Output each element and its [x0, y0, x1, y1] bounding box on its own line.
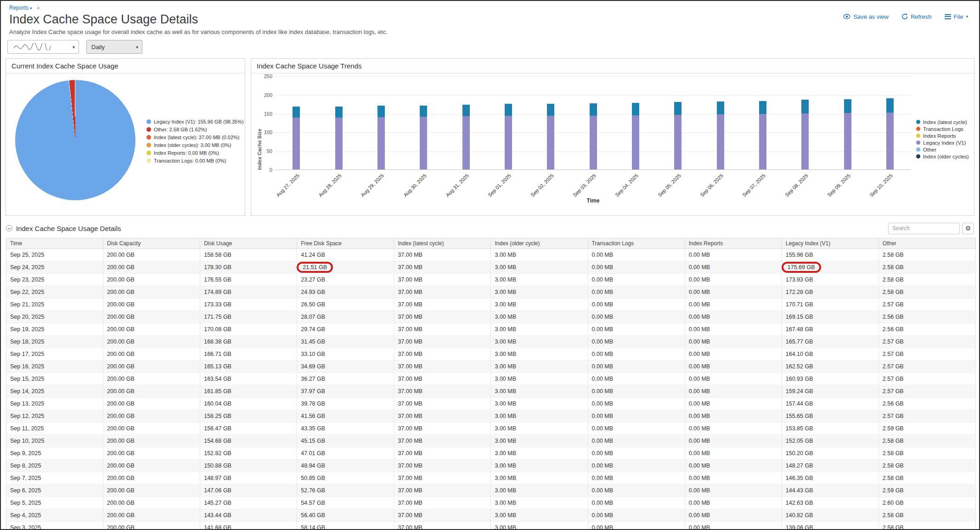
gridline: [275, 76, 911, 77]
table-cell: 0.00 MB: [685, 311, 782, 323]
table-cell: Sep 24, 2025: [6, 261, 103, 274]
x-tick-label: Sep 08, 2025: [784, 173, 809, 198]
table-cell: 3.00 MB: [491, 373, 588, 385]
frequency-dropdown[interactable]: Daily ▾: [86, 40, 142, 54]
report-page: Reports▾ > Index Cache Space Usage Detai…: [0, 0, 980, 530]
table-cell: 200.00 GB: [103, 460, 200, 472]
table-cell: 0.00 MB: [588, 522, 685, 530]
table-row: Sep 19, 2025200.00 GB170.08 GB29.74 GB37…: [6, 323, 976, 336]
column-header[interactable]: Disk Capacity: [103, 238, 200, 249]
table-cell: 3.00 MB: [491, 485, 588, 497]
search-input[interactable]: [888, 223, 960, 234]
table-cell: 3.00 MB: [491, 261, 588, 274]
table-cell: 2.56 GB: [879, 323, 975, 336]
trends-legend-item[interactable]: Transaction Logs: [916, 125, 969, 132]
table-cell: 0.00 MB: [588, 460, 685, 472]
table-cell: Sep 4, 2025: [6, 509, 103, 522]
bar-segment: [462, 116, 470, 169]
column-header[interactable]: Time: [6, 238, 103, 249]
pie-legend-item[interactable]: Other: 2.58 GB (1.62%): [146, 125, 244, 133]
table-header-row: TimeDisk CapacityDisk UsageFree Disk Spa…: [6, 238, 976, 249]
table-cell: 2.57 GB: [879, 336, 975, 348]
gridline: [275, 95, 911, 96]
table-cell: 37.00 MB: [394, 336, 491, 348]
trends-legend-item[interactable]: Index (older cycles): [916, 153, 969, 160]
pie-legend-item[interactable]: Index (older cycles): 3.00 MB (0%): [146, 141, 244, 149]
table-cell: 37.00 MB: [394, 261, 491, 274]
legend-label: Legacy Index (V1): [923, 140, 966, 146]
table-cell: 145.27 GB: [200, 497, 297, 509]
file-menu-button[interactable]: File ▾: [945, 13, 968, 20]
table-row: Sep 15, 2025200.00 GB163.54 GB36.27 GB37…: [6, 373, 976, 385]
column-header[interactable]: Index Reports: [685, 238, 782, 249]
pie-legend-item[interactable]: Transaction Logs: 0.00 MB (0%): [146, 157, 244, 164]
table-cell: 37.00 MB: [394, 361, 491, 373]
table-cell: 23.27 GB: [297, 274, 394, 286]
table-settings-button[interactable]: ⚙: [962, 223, 974, 234]
x-tick-label: Sep 02, 2025: [529, 173, 555, 198]
table-cell: 178.30 GB: [200, 261, 297, 274]
pie-legend-item[interactable]: Legacy Index (V1): 155.96 GB (98.35%): [146, 118, 244, 125]
breadcrumb[interactable]: Reports▾ >: [9, 5, 970, 11]
table-cell: 0.00 MB: [685, 447, 782, 460]
table-cell: 37.00 MB: [394, 398, 491, 410]
bar-segment: [632, 115, 639, 169]
column-header[interactable]: Disk Usage: [200, 238, 297, 249]
table-cell: 144.43 GB: [782, 485, 879, 497]
table-cell: 0.00 MB: [588, 249, 685, 261]
column-header[interactable]: Free Disk Space: [297, 238, 394, 249]
bar-segment: [420, 106, 427, 117]
pie-chart[interactable]: [15, 80, 135, 200]
refresh-button[interactable]: Refresh: [901, 13, 932, 20]
table-toolbar: ⚙: [888, 223, 974, 234]
table-cell: 31.45 GB: [297, 336, 394, 348]
table-cell: Sep 3, 2025: [6, 522, 103, 530]
table-cell: 200.00 GB: [103, 472, 200, 485]
trends-legend-item[interactable]: Other: [916, 146, 969, 153]
save-as-view-button[interactable]: Save as view: [843, 13, 889, 20]
breadcrumb-reports-link[interactable]: Reports: [9, 5, 28, 11]
table-cell: Sep 9, 2025: [6, 447, 103, 460]
eye-icon: [843, 14, 850, 19]
bar-segment: [717, 114, 724, 169]
table-cell: 200.00 GB: [103, 398, 200, 410]
bar-segment: [377, 106, 385, 117]
legend-dot: [916, 134, 920, 138]
collapse-icon[interactable]: [6, 225, 12, 231]
table-cell: 0.00 MB: [588, 485, 685, 497]
table-cell: 172.28 GB: [782, 286, 879, 299]
trends-legend: Index (latest cycle)Transaction LogsInde…: [916, 118, 969, 160]
column-header[interactable]: Transaction Logs: [588, 238, 685, 249]
trends-legend-item[interactable]: Index Reports: [916, 132, 969, 139]
column-header[interactable]: Legacy Index (V1): [782, 238, 879, 249]
table-cell: 0.00 MB: [588, 361, 685, 373]
legend-dot: [146, 143, 151, 147]
pie-legend-item[interactable]: Index (latest cycle): 37.00 MB (0.02%): [146, 133, 244, 141]
table-cell: 0.00 MB: [685, 323, 782, 336]
legend-dot: [146, 151, 151, 155]
trends-legend-item[interactable]: Index (latest cycle): [916, 118, 969, 125]
table-cell: Sep 20, 2025: [6, 311, 103, 323]
trends-legend-item[interactable]: Legacy Index (V1): [916, 139, 969, 146]
column-header[interactable]: Other: [879, 238, 975, 249]
table-cell: 161.85 GB: [200, 385, 297, 398]
table-cell: 2.58 GB: [879, 261, 975, 274]
pie-legend-item[interactable]: Index Reports: 0.00 MB (0%): [146, 149, 244, 157]
table-cell: 173.93 GB: [782, 274, 879, 286]
table-cell: 37.00 MB: [394, 423, 491, 435]
table-cell: 3.00 MB: [491, 336, 588, 348]
table-cell: 162.52 GB: [782, 361, 879, 373]
table-cell: 50.85 GB: [297, 472, 394, 485]
table-cell: 37.00 MB: [394, 373, 491, 385]
redaction-scribble: [12, 43, 56, 51]
bar-segment: [335, 107, 343, 118]
table-cell: 0.00 MB: [685, 423, 782, 435]
details-title: Index Cache Space Usage Details: [16, 225, 121, 232]
table-cell: 148.27 GB: [782, 460, 879, 472]
column-header[interactable]: Index (latest cycle): [394, 238, 491, 249]
scope-dropdown[interactable]: ▾: [7, 40, 79, 54]
table-cell: 160.04 GB: [200, 398, 297, 410]
table-cell: 200.00 GB: [103, 435, 200, 447]
column-header[interactable]: Index (older cycle): [491, 238, 588, 249]
x-tick-label: Sep 09, 2025: [826, 173, 851, 198]
